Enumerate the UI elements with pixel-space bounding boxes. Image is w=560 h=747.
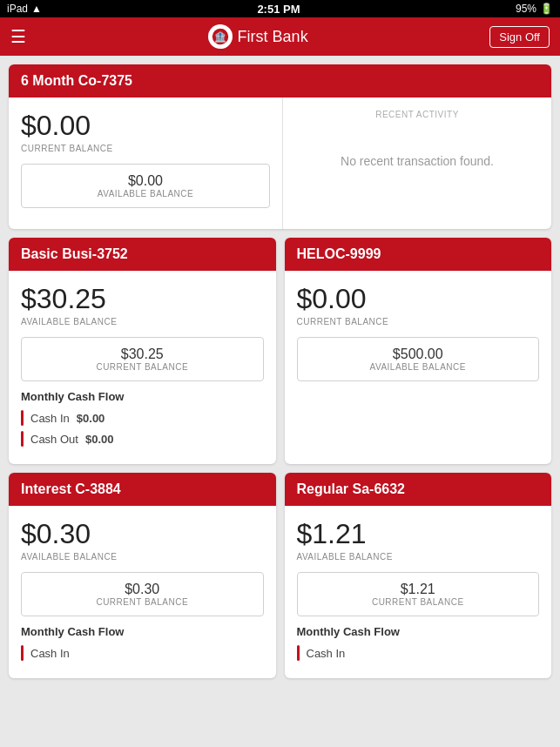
card-header-3: HELOC-9999 bbox=[285, 238, 552, 271]
menu-icon[interactable]: ☰ bbox=[10, 26, 26, 47]
card-header-5: Regular Sa-6632 bbox=[285, 473, 552, 506]
cash-in-item-2: Cash In $0.00 bbox=[21, 410, 264, 426]
account-card-4: Interest C-3884 $0.30 AVAILABLE BALANCE … bbox=[9, 473, 276, 678]
secondary-balance-label-1: AVAILABLE BALANCE bbox=[30, 189, 260, 199]
primary-balance-label-5: AVAILABLE BALANCE bbox=[297, 552, 540, 562]
time-label: 2:51 PM bbox=[257, 3, 300, 16]
primary-balance-label-4: AVAILABLE BALANCE bbox=[21, 552, 264, 562]
primary-balance-label-2: AVAILABLE BALANCE bbox=[21, 317, 264, 326]
primary-balance-4: $0.30 bbox=[21, 518, 264, 550]
svg-text:🏦: 🏦 bbox=[214, 30, 226, 43]
logo-svg: 🏦 bbox=[211, 27, 230, 46]
cash-in-label-4: Cash In bbox=[30, 647, 70, 660]
carrier-label: iPad bbox=[7, 3, 28, 15]
battery-icon: 🔋 bbox=[540, 3, 553, 15]
cash-flow-2: Monthly Cash Flow Cash In $0.00 Cash Out… bbox=[21, 390, 264, 447]
cards-row-2: Interest C-3884 $0.30 AVAILABLE BALANCE … bbox=[9, 473, 551, 678]
secondary-balance-box-1: $0.00 AVAILABLE BALANCE bbox=[21, 164, 270, 208]
cards-row-1: Basic Busi-3752 $30.25 AVAILABLE BALANCE… bbox=[9, 238, 551, 464]
card-body-2: $30.25 AVAILABLE BALANCE $30.25 CURRENT … bbox=[9, 271, 276, 464]
left-panel-1: $0.00 CURRENT BALANCE $0.00 AVAILABLE BA… bbox=[9, 98, 283, 229]
cash-flow-5: Monthly Cash Flow Cash In bbox=[297, 625, 540, 661]
primary-balance-2: $30.25 bbox=[21, 283, 264, 315]
logo-circle: 🏦 bbox=[208, 24, 233, 49]
secondary-balance-amount-2: $30.25 bbox=[30, 347, 254, 362]
account-card-5: Regular Sa-6632 $1.21 AVAILABLE BALANCE … bbox=[285, 473, 552, 678]
secondary-balance-box-5: $1.21 CURRENT BALANCE bbox=[297, 572, 540, 616]
card-body-4: $0.30 AVAILABLE BALANCE $0.30 CURRENT BA… bbox=[9, 506, 276, 678]
cash-in-item-4: Cash In bbox=[21, 645, 264, 661]
primary-balance-5: $1.21 bbox=[297, 518, 540, 550]
right-panel-1: RECENT ACTIVITY No recent transaction fo… bbox=[283, 98, 551, 229]
secondary-balance-label-2: CURRENT BALANCE bbox=[30, 362, 254, 372]
cash-flow-4: Monthly Cash Flow Cash In bbox=[21, 625, 264, 661]
wifi-icon: ▲ bbox=[31, 3, 42, 15]
secondary-balance-amount-3: $500.00 bbox=[307, 347, 530, 362]
card-header-2: Basic Busi-3752 bbox=[9, 238, 276, 271]
account-card-3: HELOC-9999 $0.00 CURRENT BALANCE $500.00… bbox=[285, 238, 552, 464]
cash-in-value-2: $0.00 bbox=[77, 412, 105, 425]
secondary-balance-label-4: CURRENT BALANCE bbox=[30, 597, 254, 607]
bank-name: First Bank bbox=[238, 28, 308, 46]
primary-balance-label-3: CURRENT BALANCE bbox=[297, 317, 540, 326]
secondary-balance-box-2: $30.25 CURRENT BALANCE bbox=[21, 337, 264, 381]
account-card-1: 6 Month Co-7375 $0.00 CURRENT BALANCE $0… bbox=[9, 64, 551, 229]
card-body-3: $0.00 CURRENT BALANCE $500.00 AVAILABLE … bbox=[285, 271, 552, 402]
recent-activity-label: RECENT ACTIVITY bbox=[295, 110, 539, 119]
battery-label: 95% bbox=[516, 3, 536, 15]
account-card-2: Basic Busi-3752 $30.25 AVAILABLE BALANCE… bbox=[9, 238, 276, 464]
secondary-balance-amount-5: $1.21 bbox=[307, 582, 530, 597]
accounts-content: 6 Month Co-7375 $0.00 CURRENT BALANCE $0… bbox=[0, 56, 560, 687]
cash-out-label-2: Cash Out bbox=[30, 433, 78, 446]
cash-out-item-2: Cash Out $0.00 bbox=[21, 431, 264, 447]
card-header-4: Interest C-3884 bbox=[9, 473, 276, 506]
primary-balance-1: $0.00 bbox=[21, 110, 270, 142]
cash-out-bar-2 bbox=[21, 431, 24, 447]
secondary-balance-box-3: $500.00 AVAILABLE BALANCE bbox=[297, 337, 540, 381]
nav-bar: ☰ 🏦 First Bank Sign Off bbox=[0, 17, 560, 56]
cash-in-label-5: Cash In bbox=[307, 647, 346, 660]
secondary-balance-box-4: $0.30 CURRENT BALANCE bbox=[21, 572, 264, 616]
card-body-1: $0.00 CURRENT BALANCE $0.00 AVAILABLE BA… bbox=[9, 98, 551, 229]
card-header-1: 6 Month Co-7375 bbox=[9, 64, 551, 98]
status-right: 95% 🔋 bbox=[516, 3, 553, 15]
no-transaction-text: No recent transaction found. bbox=[295, 154, 539, 168]
cash-in-bar-5 bbox=[297, 645, 300, 661]
primary-balance-label-1: CURRENT BALANCE bbox=[21, 144, 270, 153]
sign-out-button[interactable]: Sign Off bbox=[489, 26, 550, 48]
card-body-5: $1.21 AVAILABLE BALANCE $1.21 CURRENT BA… bbox=[285, 506, 552, 678]
secondary-balance-amount-1: $0.00 bbox=[30, 173, 260, 189]
secondary-balance-label-3: AVAILABLE BALANCE bbox=[307, 362, 530, 372]
cash-out-value-2: $0.00 bbox=[85, 433, 114, 446]
cash-in-label-2: Cash In bbox=[30, 412, 70, 425]
primary-balance-3: $0.00 bbox=[297, 283, 540, 315]
secondary-balance-amount-4: $0.30 bbox=[30, 582, 254, 597]
status-left: iPad ▲ bbox=[7, 3, 42, 15]
cash-in-bar-2 bbox=[21, 410, 24, 426]
cash-in-bar-4 bbox=[21, 645, 24, 661]
app-logo: 🏦 First Bank bbox=[208, 24, 308, 49]
cash-in-item-5: Cash In bbox=[297, 645, 540, 661]
status-bar: iPad ▲ 2:51 PM 95% 🔋 bbox=[0, 0, 560, 17]
secondary-balance-label-5: CURRENT BALANCE bbox=[307, 597, 530, 607]
